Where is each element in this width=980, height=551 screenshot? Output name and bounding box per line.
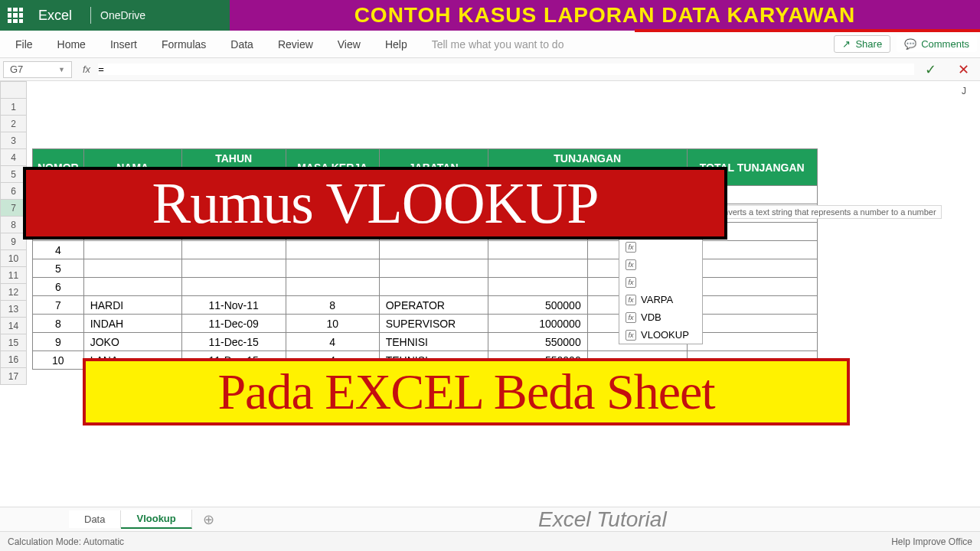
status-calc-mode: Calculation Mode: Automatic xyxy=(8,536,124,547)
row-header[interactable]: 15 xyxy=(1,334,27,351)
comments-icon: 💬 xyxy=(904,38,916,50)
app-subtitle: OneDrive xyxy=(100,9,145,21)
th-tahun: TAHUN xyxy=(181,149,286,168)
autocomplete-tooltip: Converts a text string that represents a… xyxy=(707,205,942,219)
row-header[interactable]: 14 xyxy=(1,318,27,334)
ribbon: File Home Insert Formulas Data Review Vi… xyxy=(0,31,980,58)
tab-formulas[interactable]: Formulas xyxy=(149,31,218,58)
app-name: Excel xyxy=(38,8,72,24)
overlay-banner-1: Rumus VLOOKUP xyxy=(23,167,727,240)
overlay-text-2: Pada EXCEL Beda Sheet xyxy=(217,363,714,421)
col-header-j[interactable]: J xyxy=(962,86,966,96)
status-bar: Calculation Mode: Automatic Help Improve… xyxy=(0,531,980,551)
divider xyxy=(90,7,91,24)
accept-icon[interactable]: ✓ xyxy=(914,61,947,78)
tab-view[interactable]: View xyxy=(325,31,373,58)
row-header[interactable]: 2 xyxy=(1,116,27,132)
row-header[interactable]: 16 xyxy=(1,351,27,368)
tab-file[interactable]: File xyxy=(3,31,45,58)
tab-insert[interactable]: Insert xyxy=(98,31,149,58)
tutorial-watermark: Excel Tutorial xyxy=(225,507,980,532)
th-tunjangan: TUNJANGAN xyxy=(488,149,687,168)
fx-icon: fx xyxy=(626,277,636,288)
fx-icon: fx xyxy=(626,242,636,253)
formula-bar: G7 ▼ fx = ✓ ✕ xyxy=(0,58,980,81)
overlay-banner-2: Pada EXCEL Beda Sheet xyxy=(83,358,850,425)
comments-label: Comments xyxy=(921,38,969,50)
comments-button[interactable]: 💬 Comments xyxy=(897,36,977,52)
cancel-icon[interactable]: ✕ xyxy=(947,61,980,78)
name-box[interactable]: G7 ▼ xyxy=(3,61,72,78)
tab-review[interactable]: Review xyxy=(266,31,325,58)
autocomplete-item[interactable]: fxVLOOKUP xyxy=(619,326,702,344)
row-header[interactable]: 3 xyxy=(1,132,27,149)
row-header[interactable]: 10 xyxy=(1,250,27,267)
row-header[interactable]: 13 xyxy=(1,301,27,318)
video-title-text: CONTOH KASUS LAPORAN DATA KARYAWAN xyxy=(354,3,856,28)
share-label: Share xyxy=(855,38,882,50)
row-header[interactable]: 12 xyxy=(1,284,27,301)
autocomplete-item[interactable]: fx xyxy=(619,273,702,291)
autocomplete-item[interactable]: fxVARPA xyxy=(619,291,702,308)
sheet-tab-data[interactable]: Data xyxy=(69,510,121,528)
row-header[interactable]: 1 xyxy=(1,99,27,116)
sheet-tab-vlookup[interactable]: Vlookup xyxy=(121,510,191,529)
app-launcher-icon[interactable] xyxy=(8,8,23,23)
fx-icon[interactable]: fx xyxy=(75,64,98,75)
add-sheet-button[interactable]: ⊕ xyxy=(192,511,225,528)
row-header[interactable]: 17 xyxy=(1,368,27,385)
tab-help[interactable]: Help xyxy=(373,31,420,58)
sheet-tabs: Data Vlookup ⊕ Excel Tutorial xyxy=(0,507,980,531)
autocomplete-item[interactable]: fx xyxy=(619,238,702,256)
row-header[interactable]: 11 xyxy=(1,267,27,284)
name-box-value: G7 xyxy=(10,64,23,75)
row-header[interactable]: 4 xyxy=(1,149,27,166)
fx-icon: fx xyxy=(626,312,636,323)
tell-me[interactable]: Tell me what you want to do xyxy=(420,31,577,58)
fx-icon: fx xyxy=(626,330,636,341)
share-button[interactable]: ↗ Share xyxy=(834,35,890,53)
autocomplete-item[interactable]: fx xyxy=(619,256,702,273)
overlay-text-1: Rumus VLOOKUP xyxy=(152,170,598,236)
chevron-down-icon[interactable]: ▼ xyxy=(58,66,65,73)
titlebar-left: Excel OneDrive xyxy=(0,0,230,31)
tab-home[interactable]: Home xyxy=(45,31,98,58)
formula-input[interactable]: = xyxy=(98,64,914,75)
status-help[interactable]: Help Improve Office xyxy=(891,536,972,547)
worksheet-grid[interactable]: J 1 2 3 4 5 6 7 8 9 10 11 12 13 14 15 16… xyxy=(0,81,980,507)
share-icon: ↗ xyxy=(842,38,851,50)
fx-icon: fx xyxy=(626,259,636,270)
select-all-corner[interactable] xyxy=(1,82,27,99)
video-title-banner: CONTOH KASUS LAPORAN DATA KARYAWAN xyxy=(230,0,980,31)
tab-data[interactable]: Data xyxy=(218,31,266,58)
autocomplete-item[interactable]: fxVDB xyxy=(619,308,702,326)
fx-icon: fx xyxy=(626,295,636,305)
